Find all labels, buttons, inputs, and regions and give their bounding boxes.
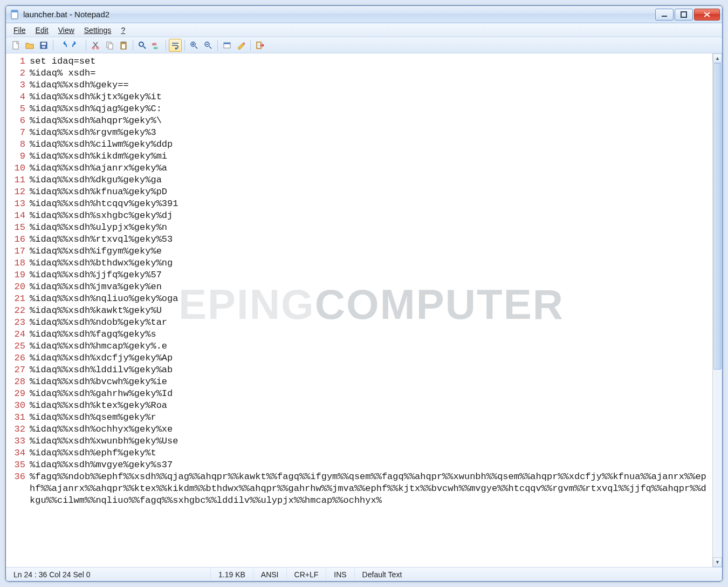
- word-wrap-icon[interactable]: [169, 39, 182, 52]
- line-number: 13: [6, 198, 25, 210]
- code-line[interactable]: %idaq%%xsdh%ifgym%geky%e: [30, 245, 709, 257]
- line-number: 33: [6, 435, 25, 447]
- code-line[interactable]: %idaq%%xsdh%ulypjx%geky%n: [30, 222, 709, 234]
- scheme-icon[interactable]: [221, 39, 233, 52]
- open-folder-icon[interactable]: [23, 39, 36, 52]
- menu-help[interactable]: ?: [116, 25, 129, 36]
- toolbar-separator: [250, 40, 251, 51]
- line-number: 26: [6, 352, 25, 364]
- code-line[interactable]: %idaq%%xsdh%rtxvql%geky%53: [30, 234, 709, 245]
- code-line[interactable]: %idaq%%xsdh%xdcfjy%geky%Ap: [30, 352, 709, 364]
- redo-icon[interactable]: [70, 39, 83, 52]
- code-line[interactable]: %idaq%%xsdh%kawkt%geky%U: [30, 305, 709, 317]
- code-line[interactable]: %idaq%%xsdh%mvgye%geky%s37: [30, 459, 709, 471]
- code-line[interactable]: %idaq%%xsdh%hmcap%geky%.e: [30, 340, 709, 352]
- code-line[interactable]: %idaq%%xsdh%ndob%geky%tar: [30, 317, 709, 329]
- scroll-track[interactable]: [713, 63, 722, 557]
- vertical-scrollbar[interactable]: ▲ ▼: [712, 53, 722, 567]
- code-line[interactable]: %idaq%%xsdh%xwunbh%geky%Use: [30, 435, 709, 447]
- menu-edit[interactable]: Edit: [31, 25, 53, 36]
- code-line[interactable]: %idaq%%xsdh%ajanrx%geky%a: [30, 162, 709, 174]
- line-number: 6: [6, 115, 25, 127]
- code-line[interactable]: %idaq%%xsdh%kjtx%geky%it: [30, 91, 709, 103]
- code-line[interactable]: %idaq%%xsdh%gahrhw%geky%Id: [30, 388, 709, 400]
- toolbar-separator: [133, 40, 133, 51]
- code-line[interactable]: %fagq%%ndob%%ephf%%xsdh%%qjag%%ahqpr%%ka…: [30, 471, 709, 507]
- paste-icon[interactable]: [117, 39, 130, 52]
- minimize-button[interactable]: [655, 9, 674, 21]
- svg-text:ab: ab: [152, 42, 156, 46]
- replace-icon[interactable]: abac: [150, 39, 163, 52]
- app-icon: [10, 10, 20, 19]
- code-line[interactable]: %idaq%%xsdh%sxhgbc%geky%dj: [30, 210, 709, 222]
- code-line[interactable]: %idaq%%xsdh%bvcwh%geky%ie: [30, 376, 709, 388]
- code-line[interactable]: %idaq%%xsdh%qsem%geky%r: [30, 412, 709, 424]
- code-line[interactable]: %idaq%%xsdh%qjag%geky%C:: [30, 103, 709, 115]
- menu-view[interactable]: View: [54, 25, 79, 36]
- line-number: 31: [6, 412, 25, 424]
- undo-icon[interactable]: [56, 39, 69, 52]
- menu-file[interactable]: File: [9, 25, 30, 36]
- code-line[interactable]: set idaq=set: [30, 56, 709, 67]
- code-line[interactable]: %idaq%%xsdh%ochhyx%geky%xe: [30, 424, 709, 435]
- line-number: 18: [6, 257, 25, 269]
- status-insert-mode[interactable]: INS: [326, 568, 354, 581]
- line-number: 1: [6, 56, 25, 67]
- svg-text:ac: ac: [154, 46, 158, 50]
- svg-rect-13: [122, 42, 125, 43]
- copy-icon[interactable]: [103, 39, 116, 52]
- code-line[interactable]: %idaq%%xsdh%htcqqv%geky%391: [30, 198, 709, 210]
- svg-rect-6: [42, 43, 46, 45]
- cut-icon[interactable]: [89, 39, 102, 52]
- status-scheme[interactable]: Default Text: [355, 568, 722, 581]
- svg-rect-2: [662, 16, 667, 17]
- save-icon[interactable]: [37, 39, 50, 52]
- code-line[interactable]: %idaq% xsdh=: [30, 67, 709, 79]
- editor-area[interactable]: EPINGCOMPUTER 12345678910111213141516171…: [6, 53, 722, 567]
- status-encoding[interactable]: ANSI: [253, 568, 287, 581]
- status-filesize: 1.19 KB: [211, 568, 253, 581]
- maximize-button[interactable]: [675, 9, 693, 21]
- zoom-in-icon[interactable]: [188, 39, 201, 52]
- code-line[interactable]: %idaq%%xsdh%kfnua%geky%pD: [30, 186, 709, 198]
- line-number: 8: [6, 139, 25, 151]
- scroll-thumb[interactable]: [713, 63, 722, 370]
- menubar: File Edit View Settings ?: [6, 23, 722, 37]
- status-position: Ln 24 : 36 Col 24 Sel 0: [6, 568, 211, 581]
- new-file-icon[interactable]: [9, 39, 22, 52]
- code-line[interactable]: %idaq%%xsdh%bthdwx%geky%ng: [30, 257, 709, 269]
- code-line[interactable]: %idaq%%xsdh%jmva%geky%en: [30, 281, 709, 293]
- toolbar-separator: [53, 40, 53, 51]
- scroll-up-icon[interactable]: ▲: [713, 53, 722, 63]
- scroll-down-icon[interactable]: ▼: [713, 557, 722, 567]
- app-window: launcher.bat - Notepad2 File Edit View S…: [5, 5, 723, 582]
- close-button[interactable]: [694, 9, 720, 21]
- line-number: 19: [6, 269, 25, 281]
- code-line[interactable]: %idaq%%xsdh%ephf%geky%t: [30, 447, 709, 459]
- code-line[interactable]: %idaq%%xsdh%ktex%geky%Roa: [30, 400, 709, 412]
- code-line[interactable]: %idaq%%xsdh%lddilv%geky%ab: [30, 364, 709, 376]
- customize-icon[interactable]: [235, 39, 248, 52]
- svg-rect-21: [224, 43, 230, 44]
- code-line[interactable]: %idaq%%xsdh%jjfq%geky%57: [30, 269, 709, 281]
- code-editor[interactable]: set idaq=set%idaq% xsdh=%idaq%%xsdh%geky…: [28, 53, 712, 567]
- line-number: 35: [6, 459, 25, 471]
- code-line[interactable]: %idaq%%xsdh%rgvm%geky%3: [30, 127, 709, 139]
- menu-settings[interactable]: Settings: [80, 25, 116, 36]
- code-line[interactable]: %idaq%%xsdh%kikdm%geky%mi: [30, 151, 709, 162]
- code-line[interactable]: %idaq%%xsdh%ahqpr%geky%\: [30, 115, 709, 127]
- exit-icon[interactable]: [253, 39, 266, 52]
- line-number: 27: [6, 364, 25, 376]
- status-eol[interactable]: CR+LF: [287, 568, 327, 581]
- code-line[interactable]: %idaq%%xsdh%cilwm%geky%ddp: [30, 139, 709, 151]
- code-line[interactable]: %idaq%%xsdh%nqliuo%geky%oga: [30, 293, 709, 305]
- svg-rect-1: [11, 10, 18, 12]
- code-line[interactable]: %idaq%%xsdh%dkgu%geky%ga: [30, 174, 709, 186]
- find-icon[interactable]: [136, 39, 149, 52]
- code-line[interactable]: %idaq%%xsdh%geky==: [30, 79, 709, 91]
- statusbar: Ln 24 : 36 Col 24 Sel 0 1.19 KB ANSI CR+…: [6, 567, 722, 581]
- line-number: 16: [6, 234, 25, 245]
- code-line[interactable]: %idaq%%xsdh%fagq%geky%s: [30, 329, 709, 340]
- line-number: 9: [6, 151, 25, 162]
- zoom-out-icon[interactable]: [202, 39, 215, 52]
